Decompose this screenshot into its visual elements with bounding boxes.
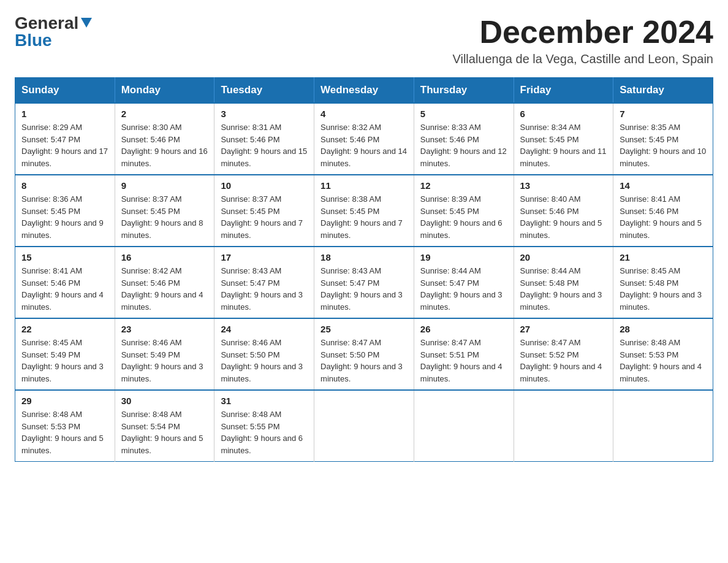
day-number: 2 [121, 109, 208, 119]
day-info: Sunrise: 8:42 AMSunset: 5:46 PMDaylight:… [121, 266, 203, 312]
calendar-week-row: 15Sunrise: 8:41 AMSunset: 5:46 PMDayligh… [15, 247, 713, 318]
calendar-cell: 31Sunrise: 8:48 AMSunset: 5:55 PMDayligh… [214, 390, 314, 462]
day-number: 24 [221, 324, 308, 334]
day-info: Sunrise: 8:40 AMSunset: 5:46 PMDaylight:… [520, 194, 602, 240]
day-number: 17 [221, 252, 308, 262]
day-info: Sunrise: 8:47 AMSunset: 5:51 PMDaylight:… [420, 338, 502, 383]
calendar-week-row: 22Sunrise: 8:45 AMSunset: 5:49 PMDayligh… [15, 318, 713, 390]
day-info: Sunrise: 8:43 AMSunset: 5:47 PMDaylight:… [320, 266, 403, 312]
day-number: 28 [620, 324, 707, 334]
calendar-week-row: 8Sunrise: 8:36 AMSunset: 5:45 PMDaylight… [15, 175, 713, 247]
day-info: Sunrise: 8:41 AMSunset: 5:46 PMDaylight:… [21, 266, 104, 312]
day-number: 16 [121, 252, 208, 262]
day-info: Sunrise: 8:34 AMSunset: 5:45 PMDaylight:… [520, 123, 607, 168]
calendar-table: SundayMondayTuesdayWednesdayThursdayFrid… [15, 77, 713, 462]
day-info: Sunrise: 8:37 AMSunset: 5:45 PMDaylight:… [221, 194, 303, 240]
day-number: 15 [21, 252, 108, 262]
calendar-header-row: SundayMondayTuesdayWednesdayThursdayFrid… [15, 78, 713, 104]
day-number: 7 [620, 109, 707, 119]
calendar-cell: 13Sunrise: 8:40 AMSunset: 5:46 PMDayligh… [514, 175, 613, 247]
calendar-cell: 5Sunrise: 8:33 AMSunset: 5:46 PMDaylight… [414, 103, 514, 175]
header-tuesday: Tuesday [214, 78, 314, 104]
calendar-cell [314, 390, 414, 462]
day-number: 3 [221, 109, 308, 119]
day-number: 21 [620, 252, 707, 262]
day-number: 6 [520, 109, 607, 119]
day-number: 26 [420, 324, 507, 334]
calendar-cell: 26Sunrise: 8:47 AMSunset: 5:51 PMDayligh… [414, 318, 514, 390]
day-number: 14 [620, 180, 707, 191]
day-number: 12 [420, 180, 507, 191]
month-title: December 2024 [452, 15, 713, 50]
calendar-week-row: 29Sunrise: 8:48 AMSunset: 5:53 PMDayligh… [15, 390, 713, 462]
calendar-cell [414, 390, 514, 462]
day-info: Sunrise: 8:45 AMSunset: 5:48 PMDaylight:… [620, 266, 702, 312]
day-number: 10 [221, 180, 308, 191]
calendar-cell [613, 390, 713, 462]
day-number: 22 [21, 324, 108, 334]
calendar-cell: 17Sunrise: 8:43 AMSunset: 5:47 PMDayligh… [214, 247, 314, 318]
day-info: Sunrise: 8:37 AMSunset: 5:45 PMDaylight:… [121, 194, 203, 240]
logo: General Blue [15, 15, 93, 49]
header-sunday: Sunday [15, 78, 115, 104]
day-info: Sunrise: 8:39 AMSunset: 5:45 PMDaylight:… [420, 194, 502, 240]
calendar-cell: 22Sunrise: 8:45 AMSunset: 5:49 PMDayligh… [15, 318, 115, 390]
day-number: 11 [320, 180, 408, 191]
day-info: Sunrise: 8:36 AMSunset: 5:45 PMDaylight:… [21, 194, 104, 240]
calendar-cell: 14Sunrise: 8:41 AMSunset: 5:46 PMDayligh… [613, 175, 713, 247]
day-info: Sunrise: 8:41 AMSunset: 5:46 PMDaylight:… [620, 194, 702, 240]
calendar-cell: 6Sunrise: 8:34 AMSunset: 5:45 PMDaylight… [514, 103, 613, 175]
calendar-cell: 18Sunrise: 8:43 AMSunset: 5:47 PMDayligh… [314, 247, 414, 318]
day-number: 13 [520, 180, 607, 191]
calendar-cell: 21Sunrise: 8:45 AMSunset: 5:48 PMDayligh… [613, 247, 713, 318]
header-saturday: Saturday [613, 78, 713, 104]
day-number: 9 [121, 180, 208, 191]
calendar-cell [514, 390, 613, 462]
day-info: Sunrise: 8:48 AMSunset: 5:55 PMDaylight:… [221, 410, 303, 455]
day-number: 18 [320, 252, 408, 262]
day-number: 19 [420, 252, 507, 262]
calendar-cell: 27Sunrise: 8:47 AMSunset: 5:52 PMDayligh… [514, 318, 613, 390]
day-info: Sunrise: 8:43 AMSunset: 5:47 PMDaylight:… [221, 266, 303, 312]
calendar-cell: 28Sunrise: 8:48 AMSunset: 5:53 PMDayligh… [613, 318, 713, 390]
day-info: Sunrise: 8:47 AMSunset: 5:50 PMDaylight:… [320, 338, 403, 383]
calendar-cell: 2Sunrise: 8:30 AMSunset: 5:46 PMDaylight… [115, 103, 214, 175]
calendar-week-row: 1Sunrise: 8:29 AMSunset: 5:47 PMDaylight… [15, 103, 713, 175]
day-info: Sunrise: 8:35 AMSunset: 5:45 PMDaylight:… [620, 123, 706, 168]
calendar-cell: 7Sunrise: 8:35 AMSunset: 5:45 PMDaylight… [613, 103, 713, 175]
day-info: Sunrise: 8:44 AMSunset: 5:48 PMDaylight:… [520, 266, 602, 312]
day-info: Sunrise: 8:48 AMSunset: 5:53 PMDaylight:… [620, 338, 702, 383]
svg-marker-0 [81, 18, 92, 28]
header-thursday: Thursday [414, 78, 514, 104]
logo-triangle-icon [80, 15, 93, 29]
location-subtitle: Villaluenga de la Vega, Castille and Leo… [452, 52, 713, 66]
calendar-cell: 10Sunrise: 8:37 AMSunset: 5:45 PMDayligh… [214, 175, 314, 247]
calendar-cell: 15Sunrise: 8:41 AMSunset: 5:46 PMDayligh… [15, 247, 115, 318]
calendar-cell: 23Sunrise: 8:46 AMSunset: 5:49 PMDayligh… [115, 318, 214, 390]
day-info: Sunrise: 8:48 AMSunset: 5:54 PMDaylight:… [121, 410, 203, 455]
day-number: 8 [21, 180, 108, 191]
day-info: Sunrise: 8:29 AMSunset: 5:47 PMDaylight:… [21, 123, 108, 168]
day-info: Sunrise: 8:38 AMSunset: 5:45 PMDaylight:… [320, 194, 403, 240]
day-info: Sunrise: 8:30 AMSunset: 5:46 PMDaylight:… [121, 123, 208, 168]
calendar-cell: 20Sunrise: 8:44 AMSunset: 5:48 PMDayligh… [514, 247, 613, 318]
header-monday: Monday [115, 78, 214, 104]
day-number: 30 [121, 396, 208, 406]
calendar-cell: 11Sunrise: 8:38 AMSunset: 5:45 PMDayligh… [314, 175, 414, 247]
day-info: Sunrise: 8:31 AMSunset: 5:46 PMDaylight:… [221, 123, 307, 168]
day-info: Sunrise: 8:46 AMSunset: 5:49 PMDaylight:… [121, 338, 203, 383]
day-info: Sunrise: 8:32 AMSunset: 5:46 PMDaylight:… [320, 123, 407, 168]
day-number: 25 [320, 324, 408, 334]
day-info: Sunrise: 8:33 AMSunset: 5:46 PMDaylight:… [420, 123, 507, 168]
day-number: 5 [420, 109, 507, 119]
calendar-cell: 24Sunrise: 8:46 AMSunset: 5:50 PMDayligh… [214, 318, 314, 390]
day-number: 20 [520, 252, 607, 262]
header-friday: Friday [514, 78, 613, 104]
calendar-cell: 4Sunrise: 8:32 AMSunset: 5:46 PMDaylight… [314, 103, 414, 175]
calendar-cell: 25Sunrise: 8:47 AMSunset: 5:50 PMDayligh… [314, 318, 414, 390]
day-number: 4 [320, 109, 408, 119]
day-number: 31 [221, 396, 308, 406]
day-info: Sunrise: 8:45 AMSunset: 5:49 PMDaylight:… [21, 338, 104, 383]
header-wednesday: Wednesday [314, 78, 414, 104]
calendar-cell: 9Sunrise: 8:37 AMSunset: 5:45 PMDaylight… [115, 175, 214, 247]
